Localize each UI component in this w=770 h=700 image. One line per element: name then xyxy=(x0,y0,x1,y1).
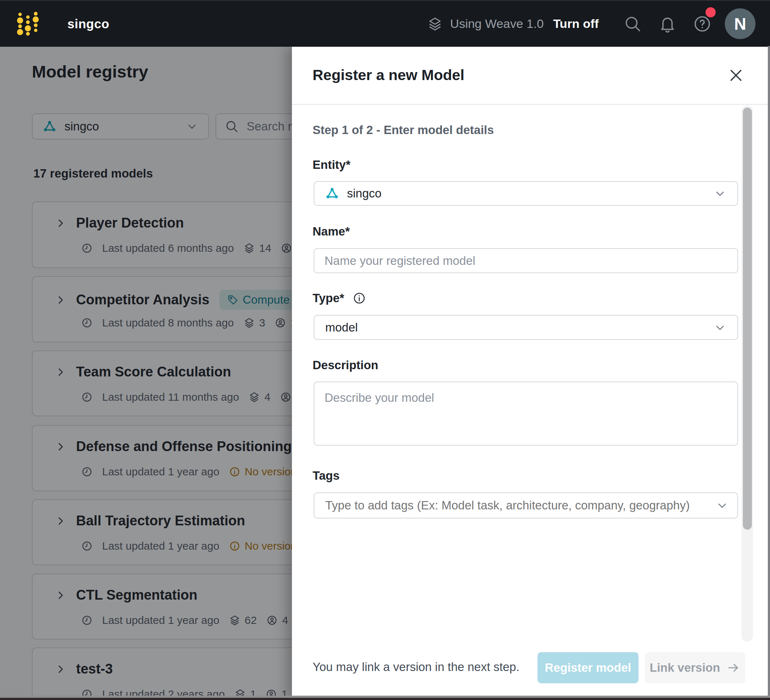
arrow-right-icon xyxy=(726,661,740,675)
type-select-value: model xyxy=(325,321,705,334)
description-textarea[interactable] xyxy=(314,381,738,446)
search-icon xyxy=(624,15,642,33)
top-navbar: singco Using Weave 1.0 Turn off xyxy=(0,0,770,47)
register-model-drawer: Register a new Model Step 1 of 2 - Enter… xyxy=(292,46,770,700)
info-icon[interactable] xyxy=(353,292,366,305)
register-model-label: Register model xyxy=(545,661,631,675)
tags-select[interactable] xyxy=(314,493,738,519)
notifications-button[interactable] xyxy=(650,1,685,47)
type-label-text: Type* xyxy=(312,291,344,305)
help-button[interactable] xyxy=(685,1,720,47)
close-icon[interactable] xyxy=(728,67,744,84)
weave-status-label: Using Weave 1.0 xyxy=(450,17,544,31)
team-icon xyxy=(325,186,339,200)
drawer-header: Register a new Model xyxy=(292,46,770,105)
notification-dot xyxy=(705,7,716,18)
chevron-down-icon xyxy=(713,321,726,334)
chevron-down-icon xyxy=(713,187,726,200)
tags-label: Tags xyxy=(312,469,340,483)
weave-layers-icon xyxy=(428,16,442,31)
name-label: Name* xyxy=(312,225,350,238)
brand-title[interactable]: singco xyxy=(67,1,109,47)
type-select[interactable]: model xyxy=(314,315,738,340)
user-avatar[interactable]: N xyxy=(725,8,755,39)
chevron-down-icon xyxy=(716,499,729,512)
step-indicator: Step 1 of 2 - Enter model details xyxy=(312,123,494,137)
link-version-label: Link version xyxy=(650,661,720,675)
bell-icon xyxy=(658,15,676,33)
entity-select-value: singco xyxy=(347,186,705,200)
register-model-button[interactable]: Register model xyxy=(537,652,639,683)
tags-input[interactable] xyxy=(325,499,708,512)
drawer-scrollbar-thumb[interactable] xyxy=(743,108,752,530)
type-label: Type* xyxy=(312,291,366,305)
app-root: singco Using Weave 1.0 Turn off xyxy=(0,0,770,700)
search-button[interactable] xyxy=(615,1,650,47)
wandb-logo-icon[interactable] xyxy=(17,10,39,37)
avatar-initial: N xyxy=(734,14,746,34)
entity-select[interactable]: singco xyxy=(314,181,738,206)
name-input[interactable] xyxy=(314,248,738,273)
link-version-button[interactable]: Link version xyxy=(645,652,746,683)
window-scrollbar-edge[interactable] xyxy=(768,46,770,700)
drawer-title: Register a new Model xyxy=(312,46,464,104)
entity-label: Entity* xyxy=(312,158,351,172)
navbar-actions: Using Weave 1.0 Turn off xyxy=(428,1,755,47)
bottom-window-edge xyxy=(0,698,770,700)
turn-off-weave-button[interactable]: Turn off xyxy=(553,17,599,31)
footer-hint: You may link a version in the next step. xyxy=(312,660,519,674)
description-label: Description xyxy=(312,358,379,372)
weave-status: Using Weave 1.0 xyxy=(428,16,544,31)
